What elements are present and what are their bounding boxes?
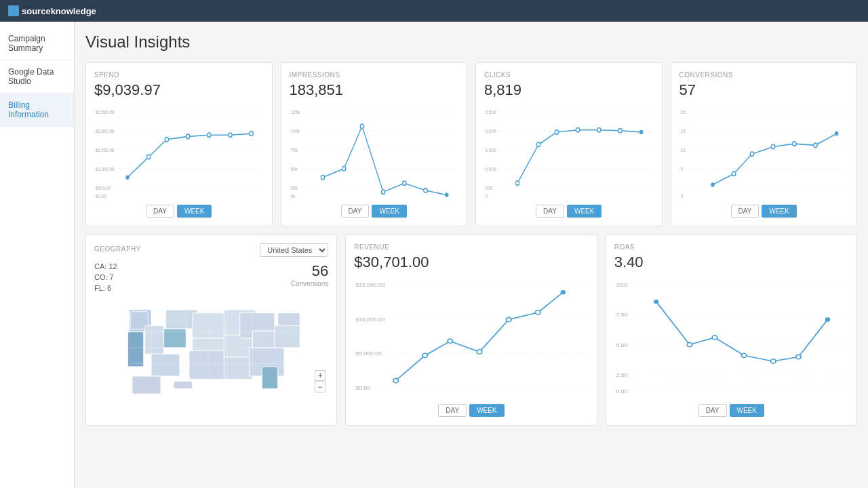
spend-day-btn[interactable]: DAY [146,205,174,218]
svg-point-116 [561,290,566,294]
geography-header: GEOGRAPHY United States [94,243,328,257]
svg-point-68 [792,142,795,146]
svg-text:$1,500.00: $1,500.00 [96,147,115,152]
svg-point-131 [770,359,775,363]
zoom-out-btn[interactable]: − [315,382,326,392]
svg-text:75k: 75k [290,147,298,152]
svg-point-130 [741,353,746,357]
svg-text:1,000: 1,000 [486,166,496,171]
svg-point-115 [536,310,540,314]
svg-text:500: 500 [486,185,493,190]
impressions-value: 183,851 [290,81,459,99]
svg-point-70 [835,131,838,136]
roas-toggle: DAY WEEK [614,404,848,417]
svg-point-29 [321,175,324,179]
geo-conversions-value: 56 [291,262,329,280]
svg-text:$5,000.00: $5,000.00 [356,351,382,357]
roas-value: 3.40 [614,253,848,271]
roas-week-btn[interactable]: WEEK [730,404,764,417]
svg-text:5: 5 [680,166,683,171]
geography-card: GEOGRAPHY United States CA: 12 CO: 7 FL:… [85,235,337,426]
svg-rect-91 [174,381,193,388]
conversions-chart: 20 15 10 5 0 [679,104,849,199]
svg-rect-75 [164,329,186,348]
svg-point-16 [229,133,232,137]
svg-text:10: 10 [680,147,685,152]
svg-point-34 [423,188,427,192]
svg-rect-90 [132,376,161,394]
impressions-toggle: DAY WEEK [290,205,459,218]
clicks-week-btn[interactable]: WEEK [567,205,601,218]
svg-point-11 [125,175,129,179]
revenue-day-btn[interactable]: DAY [438,404,467,417]
conversions-day-btn[interactable]: DAY [731,205,760,218]
roas-label: ROAS [614,243,848,251]
svg-point-35 [445,192,448,197]
clicks-label: CLICKS [484,71,654,79]
spend-card: SPEND $9,039.97 .grid-line{stroke:#e8e8e… [85,62,273,226]
svg-rect-76 [151,354,180,376]
roas-card: ROAS 3.40 10.0 7.50 5.00 2.50 0.00 [606,235,857,426]
spend-toggle: DAY WEEK [94,205,264,218]
spend-chart: .grid-line{stroke:#e8e8e8;stroke-width:0… [94,104,264,199]
svg-rect-74 [145,325,164,354]
logo-text: sourceknowledge [22,6,96,16]
svg-point-128 [687,342,692,346]
revenue-week-btn[interactable]: WEEK [469,404,504,417]
clicks-day-btn[interactable]: DAY [536,205,564,218]
svg-text:0: 0 [680,193,683,199]
svg-point-66 [750,152,753,156]
spend-label: SPEND [94,71,264,79]
svg-point-51 [597,127,601,131]
svg-point-32 [381,190,384,194]
svg-text:125k: 125k [290,109,300,115]
svg-rect-89 [275,325,300,348]
geo-conversions-label: Conversions [291,280,329,287]
svg-text:$500.00: $500.00 [96,185,111,190]
geography-dropdown[interactable]: United States [260,243,328,257]
page-title: Visual Insights [85,33,857,52]
svg-text:0.00: 0.00 [616,388,627,394]
svg-point-47 [515,181,519,185]
revenue-value: $30,701.00 [354,253,588,271]
spend-week-btn[interactable]: WEEK [177,205,212,218]
svg-point-31 [360,124,363,128]
svg-point-12 [147,155,151,159]
impressions-week-btn[interactable]: WEEK [372,205,406,218]
impressions-card: IMPRESSIONS 183,851 125k 100k 75k 50k 25… [281,62,468,226]
svg-text:7.50: 7.50 [616,312,627,318]
svg-text:2,000: 2,000 [486,128,496,134]
svg-text:2,500: 2,500 [486,109,496,115]
svg-text:$2,500.00: $2,500.00 [96,109,115,115]
svg-text:15: 15 [680,128,685,134]
sidebar-item-billing[interactable]: Billing Information [0,94,74,127]
svg-text:100k: 100k [290,128,300,134]
logo: sourceknowledge [8,5,96,16]
main-layout: Campaign Summary Google Data Studio Bill… [0,22,868,488]
conversions-toggle: DAY WEEK [679,205,849,218]
conversions-week-btn[interactable]: WEEK [762,205,796,218]
impressions-day-btn[interactable]: DAY [341,205,370,218]
revenue-toggle: DAY WEEK [354,404,588,417]
svg-point-33 [402,181,406,185]
sidebar-item-campaign[interactable]: Campaign Summary [0,27,74,60]
sidebar-item-google[interactable]: Google Data Studio [0,60,74,94]
zoom-in-btn[interactable]: + [315,370,326,381]
bottom-cards-grid: GEOGRAPHY United States CA: 12 CO: 7 FL:… [85,235,857,426]
svg-rect-83 [224,357,252,380]
svg-point-69 [813,143,816,147]
clicks-toggle: DAY WEEK [484,205,654,218]
svg-point-133 [825,317,829,321]
svg-text:$1,000.00: $1,000.00 [96,166,115,171]
geo-stat-co: CO: 7 [94,273,117,281]
conversions-card: CONVERSIONS 57 20 15 10 5 0 [671,62,858,226]
sidebar: Campaign Summary Google Data Studio Bill… [0,22,75,488]
top-bar: sourceknowledge [0,0,868,22]
svg-text:0k: 0k [290,193,295,199]
conversions-label: CONVERSIONS [679,71,849,79]
top-cards-grid: SPEND $9,039.97 .grid-line{stroke:#e8e8e… [85,62,857,226]
impressions-label: IMPRESSIONS [290,71,459,79]
svg-point-30 [342,167,345,171]
svg-text:0: 0 [486,193,488,199]
roas-day-btn[interactable]: DAY [698,404,727,417]
